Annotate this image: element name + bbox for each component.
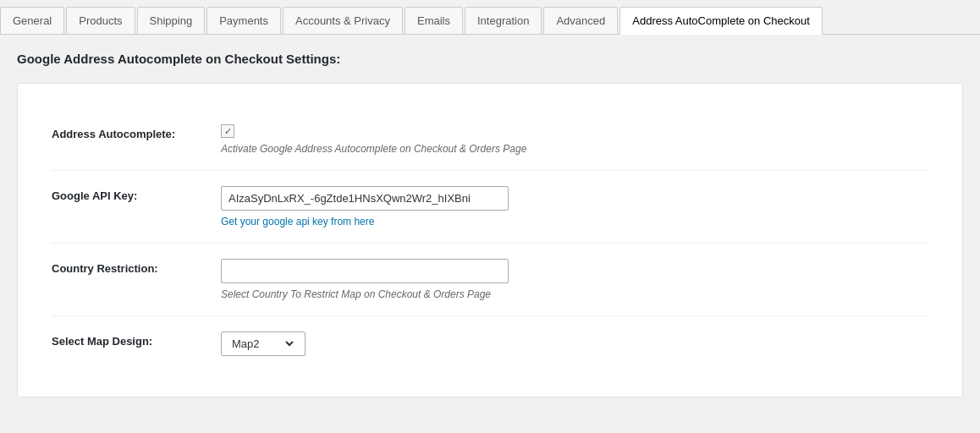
field-country-restriction: Select Country To Restrict Map on Checko… [221, 259, 928, 300]
checkbox-address-autocomplete[interactable]: ✓ [221, 124, 234, 138]
hint-country-restriction: Select Country To Restrict Map on Checko… [221, 288, 928, 300]
checkbox-wrapper-address-autocomplete: ✓ [221, 124, 928, 138]
page-content: Google Address Autocomplete on Checkout … [0, 35, 980, 397]
tab-advanced[interactable]: Advanced [543, 7, 618, 34]
field-address-autocomplete: ✓Activate Google Address Autocomplete on… [221, 124, 928, 155]
settings-card: Address Autocomplete:✓Activate Google Ad… [17, 83, 963, 397]
form-row-country-restriction: Country Restriction:Select Country To Re… [52, 244, 928, 316]
tab-bar: GeneralProductsShippingPaymentsAccounts … [0, 0, 980, 35]
tab-emails[interactable]: Emails [405, 7, 463, 34]
input-google-api-key[interactable] [221, 186, 509, 211]
select-wrapper-select-map-design: Map1Map2Map3 [221, 332, 306, 356]
page-title: Google Address Autocomplete on Checkout … [17, 52, 963, 66]
form-row-google-api-key: Google API Key:Get your google api key f… [52, 171, 928, 244]
tab-integration[interactable]: Integration [465, 7, 542, 34]
input-country-restriction[interactable] [221, 259, 509, 283]
form-row-select-map-design: Select Map Design:Map1Map2Map3 [52, 316, 928, 371]
tab-payments[interactable]: Payments [206, 7, 281, 34]
tab-products[interactable]: Products [66, 7, 135, 34]
hint-address-autocomplete: Activate Google Address Autocomplete on … [221, 143, 928, 155]
form-row-address-autocomplete: Address Autocomplete:✓Activate Google Ad… [52, 109, 928, 171]
label-address-autocomplete: Address Autocomplete: [52, 124, 221, 140]
tab-general[interactable]: General [0, 7, 64, 34]
tab-shipping[interactable]: Shipping [137, 7, 206, 34]
label-country-restriction: Country Restriction: [52, 259, 221, 275]
label-select-map-design: Select Map Design: [52, 332, 221, 348]
field-google-api-key: Get your google api key from here [221, 186, 928, 227]
link-google-api-key[interactable]: Get your google api key from here [221, 216, 928, 227]
select-select-map-design[interactable]: Map1Map2Map3 [228, 337, 296, 351]
label-google-api-key: Google API Key: [52, 186, 221, 202]
tab-accounts[interactable]: Accounts & Privacy [283, 7, 403, 34]
field-select-map-design: Map1Map2Map3 [221, 332, 928, 356]
tab-address-autocomplete[interactable]: Address AutoComplete on Checkout [619, 7, 823, 35]
